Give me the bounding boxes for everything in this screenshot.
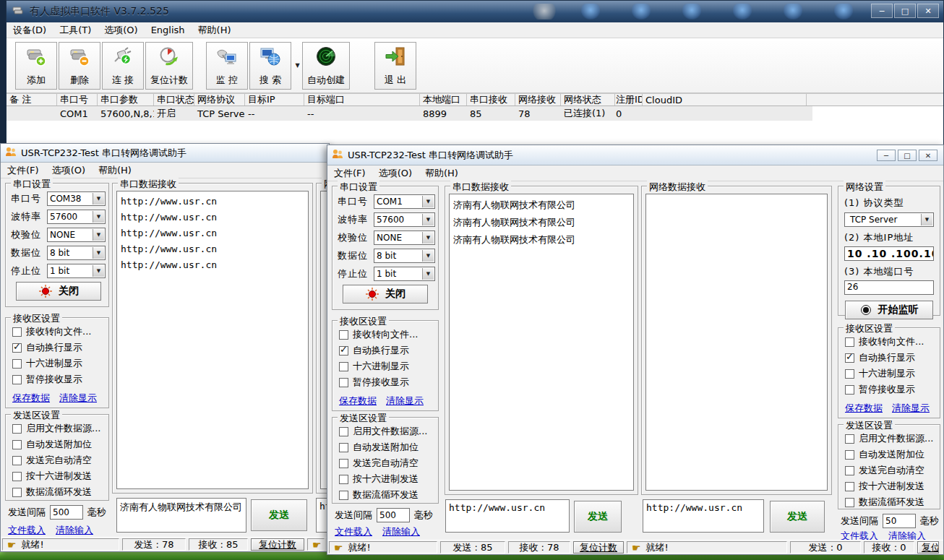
reset-count-button[interactable]: 复位计数 [145,42,193,90]
reset-count-status-button-clipped[interactable]: 复位计数 [917,541,939,553]
checkbox[interactable] [339,427,348,436]
clear-input-link[interactable]: 清除输入 [56,524,93,537]
option-hex-display[interactable]: 十六进制显示 [845,366,940,382]
serial-send-button[interactable]: 发送 [574,501,622,533]
parity-select[interactable]: NONE▼ [374,231,435,245]
clear-display-link[interactable]: 清除显示 [59,392,97,405]
restore-button[interactable]: □ [898,150,917,161]
checkbox[interactable] [12,343,22,353]
checkbox[interactable] [12,424,22,434]
col-com-port[interactable]: 串口号 [57,94,98,105]
save-data-link[interactable]: 保存数据 [12,392,50,405]
checkbox[interactable] [339,346,348,356]
checkbox[interactable] [845,498,854,507]
option-send-as-hex[interactable]: 按十六进制发送 [845,478,940,494]
chevron-down-icon[interactable]: ▼ [93,265,104,277]
serial-receive-area[interactable]: 济南有人物联网技术有限公司 济南有人物联网技术有限公司 济南有人物联网技术有限公… [449,194,634,491]
checkbox[interactable] [845,466,854,475]
col-net-state[interactable]: 网络状态 [561,94,615,105]
option-receive-to-file[interactable]: 接收转向文件... [339,327,438,343]
checkbox[interactable] [845,385,854,395]
option-clear-after-send[interactable]: 发送完自动清空 [845,462,940,478]
local-port-input[interactable]: 26 [844,280,934,295]
chevron-down-icon[interactable]: ▼ [93,211,104,223]
exit-button[interactable]: 退 出 [374,42,416,90]
start-listen-button[interactable]: 开始监听 [845,301,933,319]
menu-options[interactable]: 选项(O) [98,24,144,37]
send-interval-input[interactable]: 500 [377,508,410,522]
baud-select[interactable]: 57600▼ [374,212,435,227]
search-dropdown-arrow[interactable]: ▼ [293,42,302,90]
option-pause-receive[interactable]: 暂停接收显示 [12,371,108,387]
option-file-datasource[interactable]: 启用文件数据源... [339,423,438,439]
checkbox[interactable] [12,440,22,449]
chevron-down-icon[interactable]: ▼ [422,196,434,207]
device-table-row[interactable]: COM1 57600,N,8,1 开启 TCP Server -- -- 889… [7,106,812,121]
option-pause-receive[interactable]: 暂停接收显示 [845,382,940,397]
network-receive-area[interactable] [645,194,828,491]
option-auto-append[interactable]: 自动发送附加位 [12,436,108,452]
stopbits-select[interactable]: 1 bit▼ [374,267,435,281]
send-interval-input[interactable]: 500 [50,505,83,520]
option-loop-send[interactable]: 数据流循环发送 [12,484,108,500]
checkbox[interactable] [339,443,348,452]
option-receive-to-file[interactable]: 接收转向文件... [12,324,108,340]
delete-button[interactable]: 删除 [59,42,100,90]
checkbox[interactable] [845,450,854,460]
chevron-down-icon[interactable]: ▼ [422,268,434,280]
chevron-down-icon[interactable]: ▼ [93,247,104,259]
checkbox[interactable] [12,456,22,465]
checkbox[interactable] [845,434,854,444]
checkbox[interactable] [339,330,348,340]
col-protocol[interactable]: 网络协议 [194,94,245,105]
checkbox[interactable] [12,375,22,384]
add-button[interactable]: 添加 [15,42,57,90]
option-clear-after-send[interactable]: 发送完自动清空 [12,452,108,468]
col-serial-params[interactable]: 串口参数 [98,94,154,105]
checkbox[interactable] [12,488,22,497]
close-serial-button[interactable]: 关闭 [16,282,101,301]
reset-count-status-button[interactable]: 复位计数 [251,538,304,551]
option-clear-after-send[interactable]: 发送完自动清空 [339,455,438,471]
close-button[interactable]: ✕ [919,150,937,161]
checkbox[interactable] [339,378,348,387]
option-file-datasource[interactable]: 启用文件数据源... [12,421,108,436]
checkbox[interactable] [845,482,854,491]
menu-help[interactable]: 帮助(H) [92,164,138,177]
chevron-down-icon[interactable]: ▼ [422,250,434,262]
serial-receive-area[interactable]: http://www.usr.cn http://www.usr.cn http… [116,191,309,489]
parity-select[interactable]: NONE▼ [47,228,106,242]
option-auto-linefeed[interactable]: 自动换行显示 [845,350,940,366]
chevron-down-icon[interactable]: ▼ [422,214,434,225]
auto-create-button[interactable]: 自动创建 [302,42,350,90]
checkbox[interactable] [845,353,854,363]
load-file-link[interactable]: 文件载入 [335,525,372,538]
save-data-link[interactable]: 保存数据 [845,402,883,415]
col-target-port[interactable]: 目标端口 [304,94,420,105]
send-button[interactable]: 发送 [251,499,307,531]
option-hex-display[interactable]: 十六进制显示 [339,358,438,374]
vcom-titlebar[interactable]: 有人虚拟串口软件 V3.7.2.525 ─ □ ✕ [7,1,943,22]
network-send-input[interactable]: http://www.usr.cn [643,499,764,533]
databits-select[interactable]: 8 bit▼ [374,249,435,263]
network-send-button[interactable]: 发送 [770,501,825,533]
col-net-rx[interactable]: 网络接收 [515,94,561,105]
monitor-button[interactable]: 监 控 [206,42,248,90]
checkbox[interactable] [339,475,348,484]
com-port-select[interactable]: COM1▼ [374,194,435,209]
checkbox[interactable] [12,327,22,337]
clear-display-link[interactable]: 清除显示 [892,402,930,415]
checkbox[interactable] [339,491,348,500]
menu-options[interactable]: 选项(O) [372,167,419,180]
option-hex-display[interactable]: 十六进制显示 [12,356,108,371]
menu-file[interactable]: 文件(F) [1,164,46,177]
col-target-ip[interactable]: 目标IP [245,94,304,105]
option-file-datasource[interactable]: 启用文件数据源... [845,431,940,447]
search-button[interactable]: 搜 索 [249,42,291,90]
local-ip-input[interactable]: 10 .10 .100.101 [844,246,934,261]
menu-help[interactable]: 帮助(H) [419,167,465,180]
checkbox[interactable] [845,369,854,379]
clear-input-link[interactable]: 清除输入 [382,525,420,538]
option-auto-append[interactable]: 自动发送附加位 [339,439,438,455]
option-loop-send[interactable]: 数据流循环发送 [339,487,438,503]
